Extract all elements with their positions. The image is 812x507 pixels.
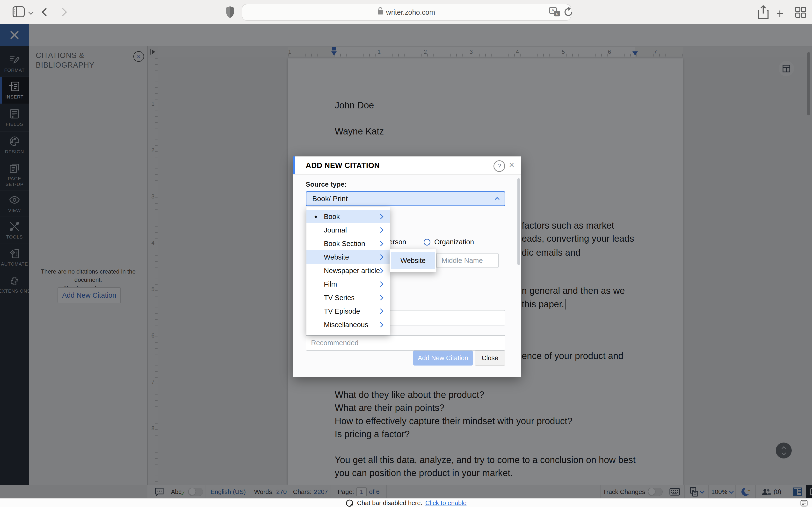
chevron-right-icon xyxy=(378,322,384,328)
dialog-close-icon[interactable]: × xyxy=(509,160,514,169)
menu-item-tv-episode[interactable]: TV Episode xyxy=(306,304,390,318)
translate-icon[interactable]: Ax xyxy=(549,7,561,17)
chevron-right-icon xyxy=(378,255,384,260)
chat-enable-link[interactable]: Click to enable xyxy=(425,499,467,507)
menu-item-book[interactable]: ● Book xyxy=(306,210,390,223)
chat-disabled-icon xyxy=(346,499,354,507)
reload-icon[interactable] xyxy=(563,7,574,17)
chevron-right-icon xyxy=(378,295,384,300)
menu-item-journal[interactable]: Journal xyxy=(306,223,390,237)
website-submenu: Website xyxy=(390,249,437,272)
address-bar[interactable]: writer.zoho.com xyxy=(242,4,571,21)
dialog-scrollbar[interactable] xyxy=(517,178,520,265)
chevron-up-icon xyxy=(495,197,500,202)
dialog-title: ADD NEW CITATION xyxy=(306,161,379,170)
sidebar-toggle-icon[interactable] xyxy=(12,6,24,17)
chevron-right-icon xyxy=(378,282,384,287)
source-type-label: Source type: xyxy=(306,181,347,188)
source-type-menu: ● Book Journal Book Section Website News… xyxy=(306,207,390,335)
selected-bullet-icon: ● xyxy=(314,213,317,220)
new-tab-icon[interactable]: + xyxy=(776,6,783,21)
shield-icon[interactable] xyxy=(225,6,235,18)
chat-bar-text: Chat bar disabled here. xyxy=(357,499,422,507)
tab-overview-icon[interactable] xyxy=(795,6,807,18)
help-icon[interactable]: ? xyxy=(494,160,505,172)
back-button[interactable] xyxy=(42,8,50,16)
url-text: writer.zoho.com xyxy=(386,8,435,16)
chevron-right-icon xyxy=(378,241,384,246)
chevron-right-icon xyxy=(378,308,384,314)
menu-item-newspaper-article[interactable]: Newspaper article xyxy=(306,264,390,277)
menu-item-tv-series[interactable]: TV Series xyxy=(306,291,390,304)
forward-button xyxy=(59,8,67,16)
dialog-close-button[interactable]: Close xyxy=(475,350,505,365)
menu-item-film[interactable]: Film xyxy=(306,277,390,291)
svg-text:x: x xyxy=(556,12,558,16)
chevron-right-icon xyxy=(378,227,384,233)
submenu-item-website[interactable]: Website xyxy=(391,252,435,269)
organization-radio-label: Organization xyxy=(434,238,474,246)
chevron-right-icon xyxy=(378,214,384,219)
browser-chrome: writer.zoho.com Ax + xyxy=(0,0,812,24)
share-icon[interactable] xyxy=(757,5,769,19)
dialog-header: ADD NEW CITATION ? × xyxy=(293,157,521,175)
chat-bar: Chat bar disabled here. Click to enable xyxy=(0,498,812,507)
organization-radio[interactable] xyxy=(424,239,430,245)
source-type-select[interactable]: Book/ Print xyxy=(306,191,505,206)
menu-item-book-section[interactable]: Book Section xyxy=(306,237,390,250)
style-input[interactable] xyxy=(306,335,505,350)
lock-icon xyxy=(378,10,383,14)
menu-item-website[interactable]: Website xyxy=(306,250,390,264)
chat-panel-icon[interactable] xyxy=(800,500,808,507)
sidebar-chevron-icon[interactable] xyxy=(28,9,34,15)
dialog-add-citation-button[interactable]: Add New Citation xyxy=(413,350,473,365)
middle-name-input[interactable] xyxy=(436,253,499,268)
menu-item-miscellaneous[interactable]: Miscellaneous xyxy=(306,318,390,332)
